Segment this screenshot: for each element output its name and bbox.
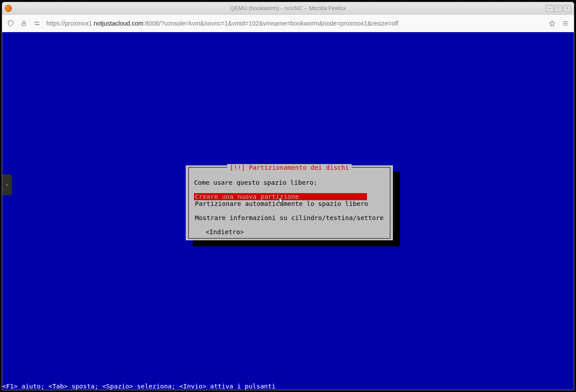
hamburger-menu-icon[interactable]: [561, 19, 569, 27]
firefox-icon: [5, 5, 12, 12]
svg-rect-0: [22, 23, 26, 26]
lock-icon[interactable]: [20, 19, 28, 27]
svg-point-1: [35, 22, 37, 23]
option-show-chs-info[interactable]: Mostrare informazioni su cilindro/testin…: [194, 214, 385, 221]
partition-dialog: [!!] Partizionamento dei dischi Come usa…: [186, 165, 393, 240]
url-prefix: https://proxmox1.: [46, 20, 94, 27]
dialog-title: [!!] Partizionamento dei dischi: [227, 164, 352, 171]
url-text[interactable]: https://proxmox1.notjustacloud.com:8006/…: [46, 20, 543, 27]
dialog-title-wrap: [!!] Partizionamento dei dischi: [189, 164, 390, 171]
titlebar[interactable]: QEMU (bookworm) - noVNC – Mozilla Firefo…: [2, 2, 574, 15]
close-button[interactable]: ×: [563, 5, 571, 12]
url-domain: notjustacloud.com: [94, 20, 143, 27]
chevron-left-icon: ‹: [5, 181, 9, 188]
help-bar: <F1> aiuto; <Tab> sposta; <Spazio> selez…: [2, 383, 277, 390]
url-suffix: :8006/?console=kvm&novnc=1&vmid=102&vmna…: [143, 20, 398, 27]
firefox-window: QEMU (bookworm) - noVNC – Mozilla Firefo…: [2, 2, 574, 390]
shield-icon[interactable]: [7, 19, 15, 27]
window-controls: – □ ×: [546, 5, 571, 12]
permissions-icon[interactable]: [33, 19, 41, 27]
option-auto-partition[interactable]: Partizionare automaticamente lo spazio l…: [194, 200, 385, 207]
vnc-canvas[interactable]: ‹ [!!] Partizionamento dei dischi Come u…: [2, 32, 574, 390]
dialog-frame: [!!] Partizionamento dei dischi Come usa…: [188, 167, 390, 239]
address-bar: https://proxmox1.notjustacloud.com:8006/…: [2, 15, 574, 32]
dialog-body: Come usare questo spazio libero: Creare …: [194, 168, 385, 235]
back-button[interactable]: <Indietro>: [194, 228, 385, 235]
dialog-prompt: Come usare questo spazio libero:: [194, 179, 385, 186]
novnc-panel-handle[interactable]: ‹: [2, 174, 12, 195]
window-title: QEMU (bookworm) - noVNC – Mozilla Firefo…: [2, 5, 574, 11]
bookmark-star-icon[interactable]: [548, 19, 556, 27]
option-create-new-partition[interactable]: Creare una nuova partizione: [194, 193, 367, 200]
svg-point-2: [37, 24, 39, 25]
maximize-button[interactable]: □: [554, 5, 562, 12]
option-list: Creare una nuova partizione Partizionare…: [194, 193, 385, 221]
minimize-button[interactable]: –: [546, 5, 554, 12]
